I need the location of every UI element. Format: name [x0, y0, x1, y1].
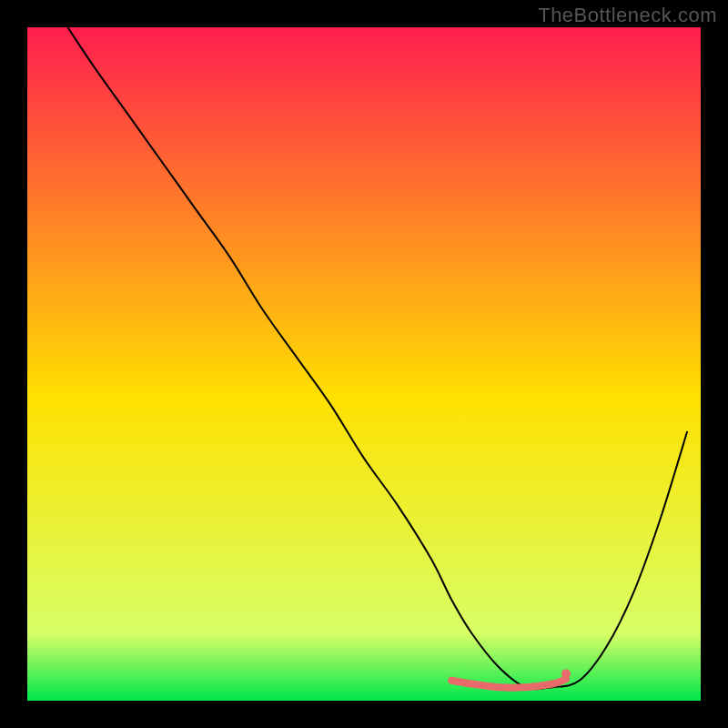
frame-bottom	[0, 701, 728, 728]
watermark-text: TheBottleneck.com	[538, 4, 717, 27]
bottleneck-chart	[0, 0, 728, 728]
frame-left	[0, 0, 27, 728]
chart-container: TheBottleneck.com	[0, 0, 728, 728]
plot-background	[27, 27, 701, 701]
optimal-point-icon	[561, 669, 571, 678]
frame-right	[701, 0, 728, 728]
